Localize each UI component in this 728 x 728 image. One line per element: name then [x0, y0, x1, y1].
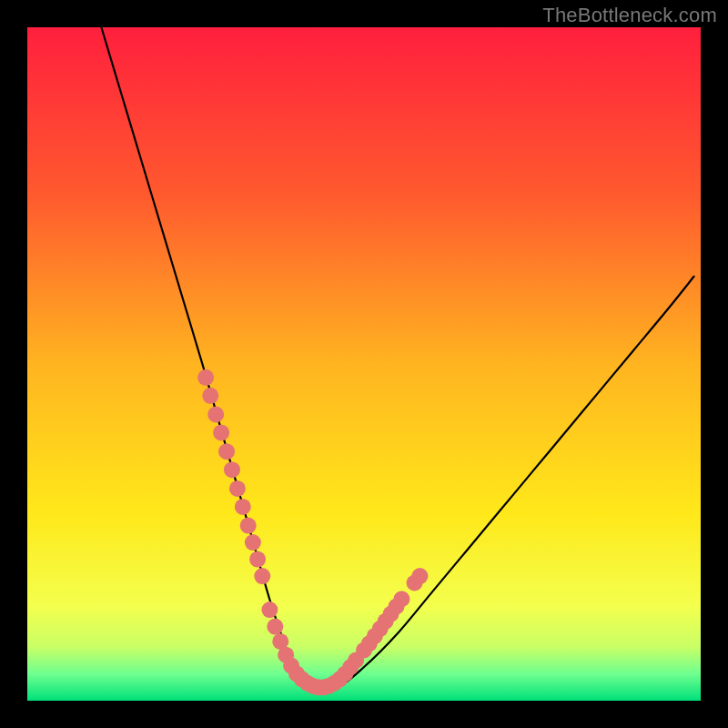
curve-dot	[254, 568, 270, 584]
plot-background	[27, 27, 701, 701]
curve-dot	[245, 534, 261, 551]
curve-dot	[267, 619, 283, 635]
curve-dot	[249, 551, 266, 568]
curve-dot	[218, 443, 235, 460]
curve-dot	[213, 424, 229, 440]
curve-dot	[240, 518, 257, 534]
curve-dot	[235, 499, 251, 515]
curve-dot	[224, 461, 240, 478]
curve-dot	[261, 602, 278, 618]
curve-dot	[393, 591, 410, 607]
watermark-text: TheBottleneck.com	[542, 4, 717, 27]
curve-dot	[229, 480, 246, 497]
bottleneck-chart	[0, 0, 728, 728]
curve-dot	[411, 568, 428, 584]
curve-dot	[207, 407, 224, 423]
chart-stage: TheBottleneck.com	[0, 0, 728, 728]
curve-dot	[202, 388, 218, 404]
curve-dot	[197, 369, 214, 386]
